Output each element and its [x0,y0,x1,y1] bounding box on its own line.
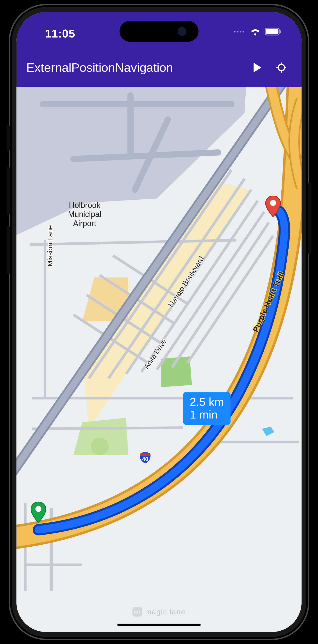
home-indicator [117,624,201,626]
svg-point-3 [278,64,284,71]
status-indicators [234,28,282,36]
phone-power-button [308,182,312,254]
interstate-shield: 40 [138,451,152,465]
svg-rect-2 [280,30,282,33]
phone-volume-up [6,167,10,215]
play-icon [253,63,262,72]
battery-icon [265,28,282,36]
app-title: ExternalPositionNavigation [26,60,252,74]
map-view[interactable]: Holbrook Municipal Airport Mission Lane … [16,87,302,632]
phone-side-button [6,125,10,151]
cellular-dots-icon [234,31,244,32]
svg-point-10 [270,200,276,206]
app-bar-actions [252,62,292,74]
map-canvas [16,87,302,632]
route-info-box[interactable]: 2.5 km 1 min [183,392,230,425]
phone-screen: 11:05 ExternalPositionNavigation [16,12,302,632]
map-label-airport: Holbrook Municipal Airport [68,201,101,228]
route-distance: 2.5 km [190,396,224,408]
watermark-logo-icon: ml [132,607,142,616]
route-end-pin[interactable] [265,196,281,217]
wifi-icon [250,28,261,36]
svg-point-9 [35,506,41,512]
interstate-number: 40 [142,456,148,462]
play-button[interactable] [252,62,264,74]
route-duration: 1 min [190,408,224,421]
watermark-text: magic lane [145,608,186,616]
route-start-pin[interactable] [31,502,46,523]
locate-button[interactable] [276,62,287,74]
locate-icon [276,62,287,73]
svg-point-8 [91,438,108,455]
status-time: 11:05 [45,27,75,40]
map-watermark: ml magic lane [132,607,186,616]
svg-rect-1 [266,29,278,34]
app-bar: ExternalPositionNavigation [16,50,302,87]
phone-volume-down [6,226,10,274]
dynamic-island [120,21,198,42]
map-label-mission-lane: Mission Lane [46,225,54,266]
